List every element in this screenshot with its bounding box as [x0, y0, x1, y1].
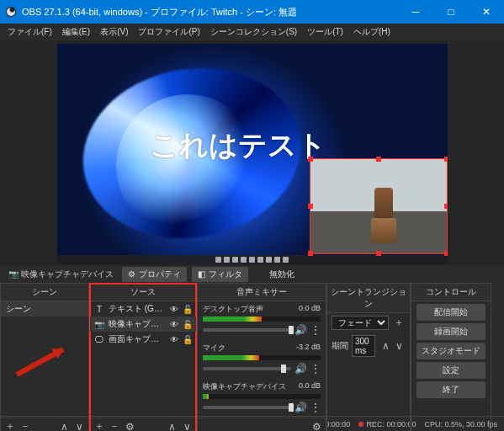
menu-file[interactable]: ファイル(F) [3, 25, 56, 39]
camera-icon: 📷 [8, 269, 19, 279]
menu-scene-collection[interactable]: シーンコレクション(S) [206, 25, 301, 39]
source-name: テキスト (GDI+) [109, 303, 166, 315]
scenes-panel: シーン シーン ＋ － ∧ ∨ [0, 283, 89, 431]
volume-slider[interactable] [203, 367, 291, 370]
transitions-header: シーントランジション [327, 284, 410, 313]
transition-select[interactable]: フェード [332, 316, 389, 330]
mute-button[interactable]: 🔊 [294, 402, 307, 413]
source-item-camera[interactable]: 📷 映像キャプチャデバ 👁 🔓 [90, 317, 196, 332]
menu-edit[interactable]: 編集(E) [58, 25, 94, 39]
scenes-list[interactable]: シーン [1, 301, 88, 418]
channel-name: 映像キャプチャデバイス [203, 381, 286, 392]
visibility-toggle[interactable]: 👁 [169, 305, 179, 314]
visibility-toggle[interactable]: 👁 [169, 335, 179, 344]
mixer-settings-button[interactable]: ⚙ [310, 420, 323, 432]
resize-handle[interactable] [376, 251, 381, 256]
channel-db: 0.0 dB [299, 304, 321, 315]
duration-input[interactable]: 300 ms [352, 335, 375, 357]
transition-add-button[interactable]: ＋ [392, 317, 406, 330]
volume-slider[interactable] [203, 328, 291, 332]
preview-canvas[interactable]: これはテスト [57, 44, 448, 264]
source-properties-button[interactable]: ⚙ [123, 420, 136, 432]
duration-down-button[interactable]: ∨ [392, 339, 406, 353]
source-item-display[interactable]: 🖵 画面キャプチャ 👁 🔓 [90, 332, 196, 347]
audio-meter [203, 394, 321, 399]
camera-subject [363, 176, 405, 243]
controls-header: コントロール [411, 284, 491, 301]
remove-scene-button[interactable]: － [19, 420, 32, 432]
source-up-button[interactable]: ∧ [165, 420, 178, 432]
properties-button[interactable]: ⚙プロパティ [122, 267, 187, 282]
settings-button[interactable]: 設定 [416, 362, 485, 379]
scene-down-button[interactable]: ∨ [72, 420, 86, 432]
source-down-button[interactable]: ∨ [180, 420, 194, 432]
sources-list[interactable]: T テキスト (GDI+) 👁 🔓 📷 映像キャプチャデバ 👁 🔓 🖵 画面キャ… [90, 301, 196, 418]
preview-text-overlay[interactable]: これはテスト [150, 126, 326, 165]
visibility-toggle[interactable]: 👁 [169, 320, 179, 329]
dock-panels: シーン シーン ＋ － ∧ ∨ ソース T テキス [0, 283, 504, 416]
channel-menu-button[interactable]: ⋮ [310, 402, 321, 413]
menu-profile[interactable]: プロファイル(P) [134, 25, 204, 39]
transition-remove-button[interactable]: － [406, 317, 410, 330]
lock-toggle[interactable]: 🔓 [183, 335, 193, 344]
maximize-button[interactable]: □ [433, 0, 469, 24]
audio-meter [203, 317, 321, 322]
monitor-icon: 🖵 [93, 335, 105, 344]
transitions-body: フェード ＋ － ⚙ 期間 300 ms ∧ ∨ [327, 313, 410, 431]
volume-slider[interactable] [203, 406, 291, 409]
source-item-text[interactable]: T テキスト (GDI+) 👁 🔓 [90, 301, 196, 317]
mute-button[interactable]: 🔊 [294, 324, 307, 336]
duration-label: 期間 [332, 340, 348, 352]
resize-handle[interactable] [308, 157, 313, 162]
resize-handle[interactable] [444, 157, 448, 162]
scene-up-button[interactable]: ∧ [57, 420, 71, 432]
resize-handle[interactable] [376, 157, 381, 162]
mixer-footer: ⚙ [198, 418, 326, 431]
resize-handle[interactable] [308, 204, 313, 209]
scenes-footer: ＋ － ∧ ∨ [1, 418, 88, 431]
resize-handle[interactable] [444, 251, 448, 256]
filters-label: フィルタ [209, 269, 242, 280]
mute-button[interactable]: 🔊 [294, 363, 307, 375]
minimize-button[interactable]: ─ [398, 0, 433, 24]
scene-item[interactable]: シーン [1, 301, 88, 317]
close-button[interactable]: ✕ [469, 0, 504, 24]
mixer-channel: 映像キャプチャデバイス0.0 dB🔊⋮ [198, 379, 326, 418]
remove-source-button[interactable]: － [108, 420, 121, 432]
channel-db: 0.0 dB [299, 381, 321, 392]
wallpaper-highlight [116, 94, 259, 237]
source-name: 映像キャプチャデバ [109, 318, 166, 330]
transitions-panel: シーントランジション フェード ＋ － ⚙ 期間 300 ms ∧ ∨ [326, 283, 411, 431]
filter-icon: ◧ [198, 269, 205, 279]
add-source-button[interactable]: ＋ [93, 420, 106, 432]
add-scene-button[interactable]: ＋ [3, 420, 17, 432]
exit-button[interactable]: 終了 [416, 381, 485, 398]
start-recording-button[interactable]: 録画開始 [416, 323, 485, 340]
context-toolbar: 📷 映像キャプチャデバイス ⚙プロパティ ◧フィルタ 無効化 [0, 264, 504, 283]
titlebar[interactable]: OBS 27.1.3 (64-bit, windows) - プロファイル: T… [0, 0, 504, 24]
menubar: ファイル(F) 編集(E) 表示(V) プロファイル(P) シーンコレクション(… [0, 24, 504, 40]
start-streaming-button[interactable]: 配信開始 [416, 304, 485, 321]
annotation-arrow [13, 337, 80, 379]
preview-camera-box[interactable] [310, 158, 448, 254]
sources-header: ソース [90, 284, 196, 301]
studio-mode-button[interactable]: スタジオモード [416, 343, 485, 359]
sources-panel: ソース T テキスト (GDI+) 👁 🔓 📷 映像キャプチャデバ 👁 🔓 🖵 … [89, 283, 197, 431]
duration-up-button[interactable]: ∧ [379, 339, 392, 353]
lock-toggle[interactable]: 🔓 [183, 320, 193, 329]
channel-menu-button[interactable]: ⋮ [310, 363, 321, 375]
resize-handle[interactable] [308, 251, 313, 256]
menu-tools[interactable]: ツール(T) [303, 25, 347, 39]
resize-handle[interactable] [444, 204, 448, 209]
mixer-panel: 音声ミキサー デスクトップ音声0.0 dB🔊⋮マイク-3.2 dB🔊⋮映像キャプ… [197, 283, 326, 431]
menu-help[interactable]: ヘルプ(H) [349, 25, 395, 39]
app-window: OBS 27.1.3 (64-bit, windows) - プロファイル: T… [0, 0, 504, 431]
lock-toggle[interactable]: 🔓 [183, 305, 193, 314]
filters-button[interactable]: ◧フィルタ [192, 267, 248, 282]
channel-menu-button[interactable]: ⋮ [310, 324, 321, 336]
menu-view[interactable]: 表示(V) [96, 25, 132, 39]
mixer-header: 音声ミキサー [198, 284, 326, 301]
channel-name: マイク [203, 343, 225, 354]
source-name: 画面キャプチャ [109, 333, 166, 345]
deactivate-button[interactable]: 無効化 [263, 267, 300, 282]
